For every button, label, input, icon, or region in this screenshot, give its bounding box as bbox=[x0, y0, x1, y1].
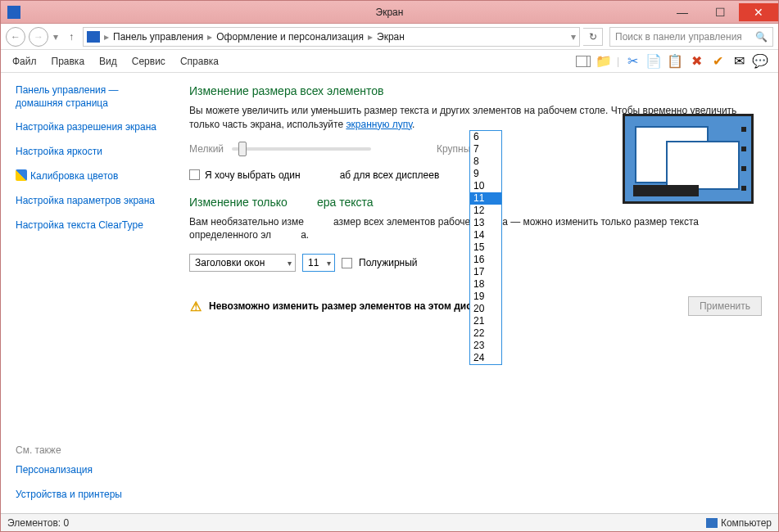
menu-service[interactable]: Сервис bbox=[125, 52, 172, 70]
folder-icon[interactable]: 📁 bbox=[596, 53, 612, 70]
size-slider[interactable] bbox=[232, 147, 371, 151]
search-input[interactable]: Поиск в панели управления 🔍 bbox=[609, 27, 773, 47]
bold-checkbox[interactable] bbox=[342, 258, 352, 268]
app-icon bbox=[7, 6, 20, 19]
chevron-right-icon: ▸ bbox=[205, 31, 215, 43]
sidebar-home[interactable]: Панель управления — домашняя страница bbox=[16, 84, 165, 110]
status-computer: Компьютер bbox=[721, 517, 772, 529]
magnifier-link[interactable]: экранную лупу bbox=[346, 119, 412, 130]
size-option[interactable]: 18 bbox=[470, 278, 501, 291]
history-dropdown-icon[interactable]: ▾ bbox=[52, 31, 60, 43]
breadcrumb[interactable]: ▸ Панель управления ▸ Оформление и персо… bbox=[83, 27, 580, 47]
bold-label: Полужирный bbox=[359, 257, 418, 268]
warning-text: Невозможно изменить размер элементов на … bbox=[209, 300, 497, 312]
delete-icon[interactable]: ✖ bbox=[688, 53, 704, 70]
size-option[interactable]: 6 bbox=[470, 131, 501, 143]
back-button[interactable]: ← bbox=[6, 27, 25, 47]
minimize-button[interactable]: — bbox=[664, 3, 701, 21]
size-option[interactable]: 19 bbox=[470, 291, 501, 303]
size-option[interactable]: 11 bbox=[470, 192, 501, 205]
heading-resize-all: Изменение размера всех элементов bbox=[189, 84, 762, 97]
sidebar-params[interactable]: Настройка параметров экрана bbox=[16, 195, 165, 208]
search-icon: 🔍 bbox=[755, 31, 768, 43]
sidebar: Панель управления — домашняя страница На… bbox=[1, 73, 173, 513]
close-button[interactable]: ✕ bbox=[739, 3, 778, 21]
size-option[interactable]: 22 bbox=[470, 327, 501, 340]
chevron-right-icon: ▸ bbox=[102, 31, 111, 43]
item-select[interactable]: Заголовки окон bbox=[189, 254, 296, 272]
size-option[interactable]: 20 bbox=[470, 303, 501, 315]
menu-view[interactable]: Вид bbox=[93, 52, 124, 70]
size-option[interactable]: 24 bbox=[470, 352, 501, 364]
size-option[interactable]: 14 bbox=[470, 229, 501, 241]
computer-icon bbox=[87, 31, 100, 43]
size-option[interactable]: 17 bbox=[470, 266, 501, 278]
menu-file[interactable]: Файл bbox=[6, 52, 43, 70]
window-frame: Экран — ☐ ✕ ← → ▾ ↑ ▸ Панель управления … bbox=[0, 0, 779, 532]
window-title: Экран bbox=[376, 7, 404, 18]
computer-icon bbox=[706, 518, 718, 528]
main-panel: Изменение размера всех элементов Вы може… bbox=[173, 73, 778, 513]
breadcrumb-leaf[interactable]: Экран bbox=[377, 31, 405, 43]
status-items: Элементов: 0 bbox=[7, 517, 69, 529]
size-option[interactable]: 7 bbox=[470, 143, 501, 156]
chevron-down-icon[interactable]: ▾ bbox=[571, 31, 576, 43]
size-option[interactable]: 16 bbox=[470, 254, 501, 266]
sidebar-brightness[interactable]: Настройка яркости bbox=[16, 146, 165, 159]
maximize-button[interactable]: ☐ bbox=[701, 3, 739, 21]
size-dropdown-list[interactable]: 6789101112131415161718192021222324 bbox=[469, 130, 502, 365]
size-option[interactable]: 12 bbox=[470, 205, 501, 217]
checkbox-label-post: аб для всех дисплеев bbox=[340, 169, 440, 181]
checkbox-label-pre: Я хочу выбрать один bbox=[205, 169, 301, 181]
breadcrumb-mid[interactable]: Оформление и персонализация bbox=[216, 31, 364, 43]
size-option[interactable]: 13 bbox=[470, 217, 501, 229]
single-scale-checkbox[interactable] bbox=[189, 169, 200, 180]
size-option[interactable]: 9 bbox=[470, 168, 501, 180]
warning-icon bbox=[189, 300, 202, 313]
titlebar: Экран — ☐ ✕ bbox=[1, 1, 778, 24]
sidebar-devices[interactable]: Устройства и принтеры bbox=[16, 489, 165, 502]
sidebar-cleartype[interactable]: Настройка текста ClearType bbox=[16, 219, 165, 232]
chevron-right-icon: ▸ bbox=[365, 31, 375, 43]
menu-edit[interactable]: Правка bbox=[45, 52, 92, 70]
size-option[interactable]: 23 bbox=[470, 340, 501, 352]
size-option[interactable]: 15 bbox=[470, 241, 501, 254]
preview-image bbox=[623, 114, 754, 204]
size-select[interactable]: 11 bbox=[302, 254, 335, 272]
menubar: Файл Правка Вид Сервис Справка 📁 | ✂ 📄 📋… bbox=[1, 50, 778, 73]
refresh-button[interactable]: ↻ bbox=[583, 28, 603, 46]
size-option[interactable]: 10 bbox=[470, 180, 501, 192]
nav-toolbar: ← → ▾ ↑ ▸ Панель управления ▸ Оформление… bbox=[1, 24, 778, 50]
check-icon[interactable]: ✔ bbox=[709, 53, 726, 70]
statusbar: Элементов: 0 Компьютер bbox=[1, 513, 778, 531]
sidebar-resolution[interactable]: Настройка разрешения экрана bbox=[16, 121, 165, 134]
size-option[interactable]: 8 bbox=[470, 156, 501, 168]
breadcrumb-root[interactable]: Панель управления bbox=[113, 31, 203, 43]
copy-icon[interactable]: 📄 bbox=[645, 53, 662, 70]
paste-icon[interactable]: 📋 bbox=[667, 53, 683, 70]
chat-icon[interactable]: 💬 bbox=[752, 53, 768, 70]
cut-icon[interactable]: ✂ bbox=[624, 53, 641, 70]
apply-button[interactable]: Применить bbox=[688, 296, 762, 316]
see-also-heading: См. также bbox=[16, 444, 165, 456]
menu-help[interactable]: Справка bbox=[174, 52, 225, 70]
forward-button[interactable]: → bbox=[29, 27, 48, 47]
slider-thumb[interactable] bbox=[238, 142, 247, 156]
sidebar-calibrate[interactable]: Калибровка цветов bbox=[16, 169, 165, 183]
sidebar-personalization[interactable]: Персонализация bbox=[16, 464, 165, 477]
size-option[interactable]: 21 bbox=[470, 315, 501, 327]
mail-icon[interactable]: ✉ bbox=[731, 53, 747, 70]
preview-pane-icon[interactable] bbox=[576, 56, 591, 67]
slider-min-label: Мелкий bbox=[189, 143, 224, 155]
up-button[interactable]: ↑ bbox=[63, 29, 79, 45]
search-placeholder: Поиск в панели управления bbox=[615, 31, 742, 43]
